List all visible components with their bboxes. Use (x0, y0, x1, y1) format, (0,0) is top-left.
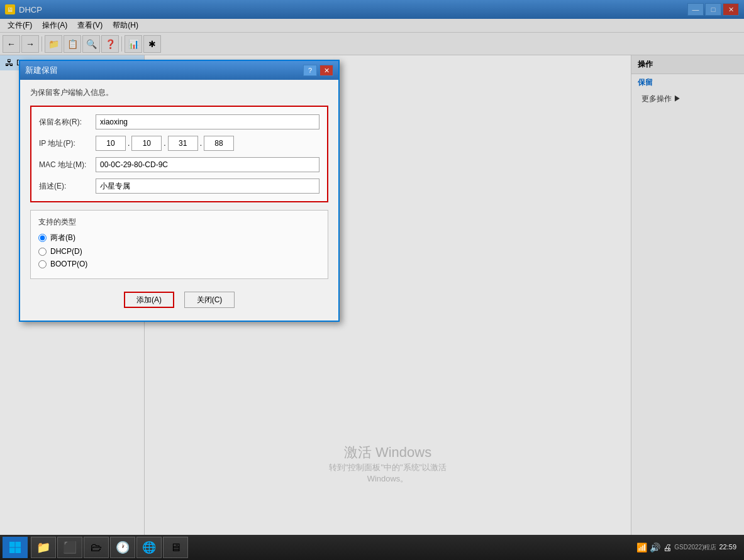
dialog-body: 为保留客户端输入信息。 保留名称(R): IP 地址(P): . . (20, 80, 338, 321)
taskbar-clock[interactable]: 22:59 (719, 542, 736, 552)
radio-dhcp-row: DHCP(D) (38, 247, 320, 256)
support-type-section: 支持的类型 两者(B) DHCP(D) BOOTP(O) (30, 210, 328, 279)
radio-bootp-label[interactable]: BOOTP(O) (50, 260, 87, 268)
dialog-title: 新建保留 (25, 65, 58, 76)
taskbar-app-terminal[interactable]: ⬛ (57, 537, 82, 558)
mac-address-input[interactable] (96, 157, 319, 172)
reservation-name-input[interactable] (96, 114, 319, 129)
start-button[interactable] (3, 537, 28, 558)
ip-dot-2: . (162, 139, 167, 148)
taskbar-right: 📶 🔊 🖨 GSD2022)程店 22:59 (636, 542, 741, 552)
radio-both-label[interactable]: 两者(B) (50, 233, 75, 243)
ip-address-row: IP 地址(P): . . . (39, 136, 319, 151)
support-type-title: 支持的类型 (38, 217, 320, 228)
dialog-description: 为保留客户端输入信息。 (30, 87, 328, 98)
mac-address-label: MAC 地址(M): (39, 160, 96, 170)
network-icon[interactable]: 📶 (636, 542, 647, 552)
svg-rect-0 (9, 542, 15, 547)
reservation-name-label: 保留名称(R): (39, 117, 96, 128)
speaker-icon[interactable]: 🔊 (650, 542, 660, 552)
taskbar-app-files[interactable]: 🗁 (84, 537, 109, 558)
taskbar-label: GSD2022)程店 (674, 543, 716, 552)
radio-bootp[interactable] (38, 260, 47, 268)
add-button[interactable]: 添加(A) (124, 292, 174, 308)
dialog-title-bar: 新建保留 ? ✕ (20, 61, 338, 80)
ip-segment-1[interactable] (96, 136, 126, 151)
form-section: 保留名称(R): IP 地址(P): . . . (30, 106, 328, 202)
radio-dhcp-label[interactable]: DHCP(D) (50, 247, 82, 256)
ip-dot-3: . (198, 139, 204, 148)
ip-segment-2[interactable] (131, 136, 162, 151)
taskbar: 📁 ⬛ 🗁 🕐 🌐 🖥 📶 🔊 🖨 GSD2022)程店 22:59 (0, 535, 744, 560)
printer-icon[interactable]: 🖨 (663, 542, 672, 552)
clock-time: 22:59 (719, 542, 736, 552)
radio-bootp-row: BOOTP(O) (38, 260, 320, 268)
radio-both[interactable] (38, 234, 47, 242)
reservation-name-row: 保留名称(R): (39, 114, 319, 129)
taskbar-app-explorer[interactable]: 📁 (31, 537, 56, 558)
svg-rect-3 (16, 548, 21, 554)
taskbar-app-network[interactable]: 🌐 (136, 537, 162, 558)
radio-both-row: 两者(B) (38, 233, 320, 243)
windows-logo-icon (9, 541, 21, 554)
svg-rect-2 (9, 548, 15, 554)
dialog-help-button[interactable]: ? (303, 65, 317, 76)
description-label: 描述(E): (39, 181, 96, 192)
dialog-close-title-button[interactable]: ✕ (319, 65, 333, 76)
taskbar-app-screen[interactable]: 🖥 (163, 537, 188, 558)
description-input[interactable] (96, 178, 319, 194)
radio-dhcp[interactable] (38, 248, 47, 256)
mac-address-row: MAC 地址(M): (39, 157, 319, 172)
ip-input-group: . . . (96, 136, 234, 151)
description-row: 描述(E): (39, 178, 319, 194)
ip-segment-4[interactable] (204, 136, 234, 151)
button-area: 添加(A) 关闭(C) (30, 289, 328, 313)
dialog-title-buttons: ? ✕ (303, 65, 333, 76)
close-button[interactable]: 关闭(C) (184, 292, 235, 308)
taskbar-app-clock[interactable]: 🕐 (110, 537, 135, 558)
new-reservation-dialog: 新建保留 ? ✕ 为保留客户端输入信息。 保留名称(R): IP 地址(P): (19, 60, 340, 322)
ip-segment-3[interactable] (168, 136, 198, 151)
ip-dot-1: . (126, 139, 131, 148)
svg-rect-1 (16, 542, 21, 547)
ip-address-label: IP 地址(P): (39, 138, 96, 149)
dialog-overlay: 新建保留 ? ✕ 为保留客户端输入信息。 保留名称(R): IP 地址(P): (0, 0, 744, 560)
